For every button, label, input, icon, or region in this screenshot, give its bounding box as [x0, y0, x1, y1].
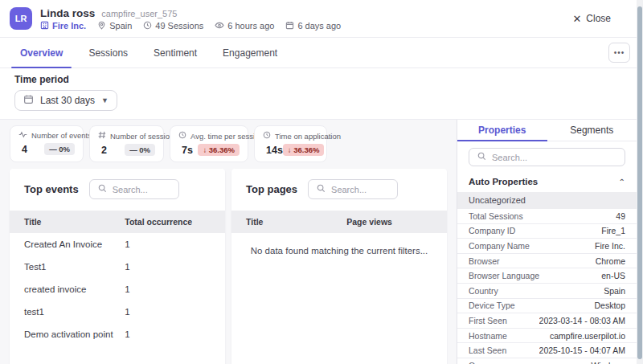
- change-badge: — 0%: [125, 144, 155, 156]
- top-events-title: Top events: [24, 183, 79, 195]
- clock-icon: [178, 131, 186, 141]
- property-row: Total Sessions 49: [457, 209, 637, 224]
- profile-header: LR Linda ross campfire_user_575 Fire Inc…: [0, 0, 643, 38]
- table-row[interactable]: created invoice 1: [10, 278, 225, 301]
- auto-properties-header[interactable]: Auto Properties ⌃: [457, 172, 637, 192]
- change-badge: ↓ 36.36%: [198, 144, 240, 156]
- table-row[interactable]: Test1 1: [10, 256, 225, 278]
- property-row: First Seen 2023-03-14 - 08:03 AM: [457, 313, 637, 329]
- properties-search-input[interactable]: [492, 153, 616, 162]
- metric-cards: Number of events 4 — 0% Number of sessio…: [0, 120, 457, 162]
- time-period-value: Last 30 days: [40, 95, 95, 106]
- top-pages-panel: Top pages Title Page views No data found…: [231, 169, 447, 364]
- flat-icon: —: [49, 145, 57, 153]
- tab-sessions[interactable]: Sessions: [80, 38, 137, 67]
- clock-icon: [263, 131, 271, 141]
- panels-row: Top events Title Total occurrence Create…: [0, 162, 457, 364]
- arrow-down-icon: ↓: [203, 145, 207, 154]
- overview-content: Number of events 4 — 0% Number of sessio…: [0, 120, 457, 364]
- time-period-section: Time period Last 30 days ▼: [0, 68, 643, 120]
- main-tabs: Overview Sessions Sentiment Engagement •…: [0, 38, 643, 68]
- properties-search[interactable]: [469, 148, 625, 166]
- building-icon: [40, 21, 49, 30]
- close-button[interactable]: ✕ Close: [572, 13, 611, 25]
- meta-row: Fire Inc. Spain 49 Sessions 6 hours ago …: [40, 21, 341, 31]
- time-period-label: Time period: [14, 74, 629, 85]
- empty-state-message: No data found matching the current filte…: [231, 233, 447, 268]
- metric-value: 2: [101, 145, 107, 156]
- change-badge: ↓ 36.36%: [283, 144, 325, 156]
- eye-icon: [215, 21, 224, 30]
- arrow-down-icon: ↓: [288, 145, 292, 154]
- property-row: Company Name Fire Inc.: [457, 239, 637, 254]
- property-row: Browser Language en-US: [457, 268, 637, 284]
- top-events-table-header: Title Total occurrence: [10, 211, 225, 233]
- scrollbar-thumb[interactable]: [637, 6, 642, 359]
- properties-sidebar: Properties Segments Auto Properties ⌃ Un…: [457, 120, 637, 364]
- top-pages-table-header: Title Page views: [231, 211, 447, 233]
- tab-engagement[interactable]: Engagement: [214, 38, 286, 67]
- metric-value: 7s: [182, 145, 193, 156]
- user-id: campfire_user_575: [101, 9, 177, 18]
- chevron-up-icon: ⌃: [619, 178, 625, 186]
- vertical-scrollbar[interactable]: [637, 0, 643, 364]
- tab-overview[interactable]: Overview: [11, 38, 72, 67]
- metric-card-time-on-app: Time on application 14s ↓ 36.36%: [254, 125, 327, 162]
- main-area: Number of events 4 — 0% Number of sessio…: [0, 120, 643, 364]
- property-row: Hostname campfire.userpilot.io: [457, 329, 637, 344]
- more-options-button[interactable]: •••: [608, 43, 630, 63]
- user-profile-panel: LR Linda ross campfire_user_575 Fire Inc…: [0, 0, 643, 364]
- table-row[interactable]: Created An Invoice 1: [10, 233, 225, 256]
- avatar: LR: [10, 7, 32, 30]
- user-name: Linda ross: [40, 7, 95, 19]
- metric-value: 14s: [266, 145, 283, 156]
- tab-properties[interactable]: Properties: [457, 120, 547, 141]
- uncategorized-group-header: Uncategorized: [457, 192, 637, 209]
- clock-icon: [143, 21, 152, 30]
- tab-segments[interactable]: Segments: [547, 120, 637, 141]
- last-active-meta: 6 hours ago: [215, 21, 274, 31]
- search-icon: [317, 184, 326, 194]
- chevron-down-icon: ▼: [101, 96, 109, 104]
- close-icon: ✕: [572, 13, 581, 25]
- location-pin-icon: [97, 21, 106, 30]
- time-period-select[interactable]: Last 30 days ▼: [14, 90, 117, 111]
- sidebar-tabs: Properties Segments: [457, 120, 637, 141]
- top-events-search-input[interactable]: [113, 185, 170, 194]
- property-row: Company ID Fire_1: [457, 224, 637, 239]
- hash-icon: [98, 131, 106, 141]
- company-link[interactable]: Fire Inc.: [40, 21, 86, 31]
- metric-value: 4: [22, 144, 27, 155]
- signed-up-meta: 6 days ago: [285, 21, 341, 31]
- top-pages-search[interactable]: [308, 179, 398, 199]
- ellipsis-icon: •••: [614, 48, 625, 57]
- change-badge: — 0%: [44, 143, 75, 155]
- sessions-meta: 49 Sessions: [143, 21, 203, 31]
- top-events-panel: Top events Title Total occurrence Create…: [10, 169, 225, 364]
- property-row: Last Seen 2025-10-15 - 04:07 AM: [457, 343, 637, 358]
- name-row: Linda ross campfire_user_575: [40, 7, 341, 19]
- table-row[interactable]: Demo activation point 1: [10, 323, 225, 346]
- search-icon: [98, 184, 107, 194]
- metric-card-sessions: Number of sessions 2 — 0%: [89, 125, 164, 162]
- header-info: Linda ross campfire_user_575 Fire Inc. S…: [40, 7, 341, 31]
- property-row: Device Type Desktop: [457, 299, 637, 314]
- tab-sentiment[interactable]: Sentiment: [145, 38, 206, 67]
- table-row[interactable]: test1 1: [10, 301, 225, 323]
- top-pages-search-input[interactable]: [331, 185, 389, 194]
- property-row: Browser Chrome: [457, 254, 637, 269]
- search-icon: [477, 152, 486, 162]
- calendar-icon: [285, 21, 294, 30]
- location-meta: Spain: [97, 21, 132, 31]
- activity-icon: [18, 131, 27, 140]
- property-row: Country Spain: [457, 284, 637, 299]
- top-events-search[interactable]: [89, 179, 179, 199]
- metric-card-events: Number of events 4 — 0%: [10, 125, 84, 162]
- top-pages-title: Top pages: [246, 183, 297, 195]
- calendar-icon: [23, 94, 34, 107]
- flat-icon: —: [129, 145, 137, 154]
- property-row: Os Windows: [457, 358, 637, 364]
- metric-card-avg-time: Avg. time per session 7s ↓ 36.36%: [170, 125, 248, 162]
